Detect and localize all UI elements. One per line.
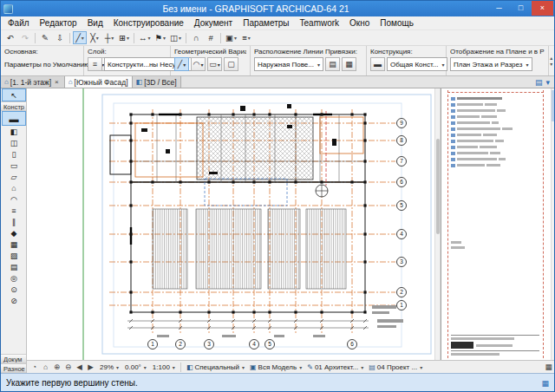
structure-select[interactable]: Общая Конст... [387,57,447,71]
geometry-straight-icon[interactable]: ╱ [174,57,189,71]
preview-panel [441,88,555,360]
maximize-button[interactable]: □ [510,1,532,16]
close-button[interactable]: × [532,1,553,16]
model-view-options[interactable]: ▣ Вся Модель [247,362,304,373]
slab-tool[interactable]: ▱ [2,171,26,182]
tab-menu-icon[interactable]: ▾ [545,78,550,87]
object-tool[interactable]: ◎ [2,272,26,284]
beam-tool[interactable]: ▭ [2,160,26,171]
floor-plan-drawing[interactable]: 9 8 7 6 5 4 3 2 1 1 2 3 4 5 6 [27,88,434,360]
zoom-in-icon[interactable]: ⊕ [51,362,62,373]
stair-tool[interactable]: ≡ [2,205,26,216]
geometry-curved-icon[interactable]: ◠ [191,57,206,71]
menu-file[interactable]: Файл [3,16,35,30]
snap-guides-icon[interactable]: ╳ [88,31,101,44]
menu-editor[interactable]: Редактор [35,16,82,30]
axis-bubble-label: 2 [400,289,403,295]
scrollbar-thumb[interactable] [436,139,440,234]
sep-5 [220,33,221,43]
dimension-icon[interactable]: ↔ [137,31,153,44]
wall-tool[interactable]: ▬ [2,111,26,126]
sheet-preview[interactable] [441,88,551,360]
curtain-wall-tool[interactable]: ▤ [2,261,26,272]
layer-icon[interactable]: ≡ [88,57,102,71]
window-tool[interactable]: ◫ [2,137,26,148]
toolbox: ↖ Констр ▬◧◫▯▭▱⌂◠≡∥◆▦▨▤◎⊙⊘ Докум Разное [1,88,27,373]
fit-in-window-icon[interactable]: ⌂ [40,362,51,373]
section-marker-icon[interactable]: ◫ [168,31,183,44]
scroll-zoom-icon[interactable]: ◔ [29,362,40,373]
undo-icon[interactable]: ↶ [3,31,17,44]
snap-references-icon[interactable]: ┼ [102,31,116,44]
infobox-scroll-up-icon[interactable]: ▴ [550,55,552,61]
organizer-icon[interactable]: ▦ [541,379,549,388]
redo-icon[interactable]: ↷ [18,31,32,44]
drawing-canvas[interactable]: 9 8 7 6 5 4 3 2 1 1 2 3 4 5 6 [27,88,434,360]
default-settings-text[interactable]: Параметры по Умолчанию [4,61,89,69]
menu-window[interactable]: Окно [344,16,375,30]
menu-view[interactable]: Вид [82,16,108,30]
scale-select[interactable]: 1:100 [150,362,178,373]
infobox-anchor-section: Расположение Линии Привязки: Наружная По… [251,46,367,75]
canvas-vertical-scrollbar[interactable] [434,88,441,360]
panel-vertical-scrollbar[interactable] [551,88,555,360]
marker-icon[interactable]: ⚑ [153,31,168,44]
snap-grid-icon[interactable]: ⊞ [117,31,131,44]
toolbox-section-document[interactable]: Докум [1,354,26,363]
axis-bubble-label: 9 [400,120,403,126]
zone-tool[interactable]: ▨ [2,250,26,261]
inject-parameters-icon[interactable]: ⇩ [53,31,67,44]
zoom-level-select[interactable]: 29% [97,362,121,373]
opening-tool[interactable]: ⊘ [2,295,26,306]
tab-floor-1[interactable]: ⌂ [1. 1-й этаж] × [1,76,65,88]
group-icon[interactable]: ▣ [224,31,238,44]
orientation-select[interactable]: 0.00° [122,362,149,373]
shell-tool[interactable]: ◠ [2,193,26,205]
mesh-tool[interactable]: ▦ [2,238,26,250]
railing-tool[interactable]: ∥ [2,216,26,227]
structure-icon[interactable]: ▬ [370,57,385,71]
menu-options[interactable]: Параметры [238,16,294,30]
pane-control-icon[interactable]: ▦ [543,362,554,373]
menu-teamwork[interactable]: Teamwork [295,16,345,30]
pick-up-parameters-icon[interactable]: ✎ [38,31,52,44]
archicad-window: Без имени - GRAPHISOFT ARCHICAD-64 21 ─ … [0,0,555,392]
menu-help[interactable]: Помощь [375,16,419,30]
element-snap-icon[interactable]: # [204,31,218,44]
morph-tool[interactable]: ◆ [2,227,26,238]
infobox-scroll-down-icon[interactable]: ▾ [550,61,552,67]
lamp-tool[interactable]: ⊙ [2,284,26,295]
gravity-icon[interactable]: ∩ [189,31,203,44]
scrollbar-thumb[interactable] [552,90,555,121]
tab-3d-all[interactable]: ◧ [3D / Все] [133,76,181,88]
anchor-offset-icon[interactable]: ▦ [342,57,356,71]
menu-design[interactable]: Конструирование [108,16,189,30]
toolbox-section-more[interactable]: Разное [1,363,26,373]
tab-south-elevation[interactable]: ⌂ [Южный Фасад] [65,76,133,88]
door-tool[interactable]: ◧ [2,126,26,137]
tab-overview-icon[interactable]: ▤ [535,78,543,87]
pen-set[interactable]: ✎ 01 Архитект... [304,362,366,373]
display-order-icon[interactable]: ≡ [239,31,253,44]
roof-tool[interactable]: ⌂ [2,182,26,193]
minimize-button[interactable]: ─ [488,1,510,16]
infobox-scroll[interactable]: ▴ ▾ [548,46,554,75]
prev-view-icon[interactable]: ◀ [74,362,85,373]
toolbox-section-design[interactable]: Констр [1,101,26,111]
reference-line-select[interactable]: Наружная Пове... [254,57,323,71]
column-tool[interactable]: ▯ [2,148,26,160]
anchor-flip-icon[interactable]: ▤ [325,57,340,71]
layer-combination[interactable]: ▤ 04 Проект ... [366,362,425,373]
zoom-out-icon[interactable]: ⊖ [62,362,74,373]
next-view-icon[interactable]: ▶ [85,362,96,373]
basic-label: Основная: [4,48,80,56]
geometry-rect-icon[interactable]: ▢ [224,57,238,71]
quick-layers[interactable]: ◧ Специальный [184,362,247,373]
arrow-tool[interactable]: ↖ [2,88,26,101]
guide-lines-icon[interactable]: ╱ [73,31,87,44]
legend-row [451,120,539,126]
menu-document[interactable]: Документ [189,16,238,30]
floor-plan-display-select[interactable]: План Этажа и Разрез [450,57,532,71]
geometry-chained-icon[interactable]: ▭ [207,57,222,71]
tab-close-icon[interactable]: × [53,78,61,86]
